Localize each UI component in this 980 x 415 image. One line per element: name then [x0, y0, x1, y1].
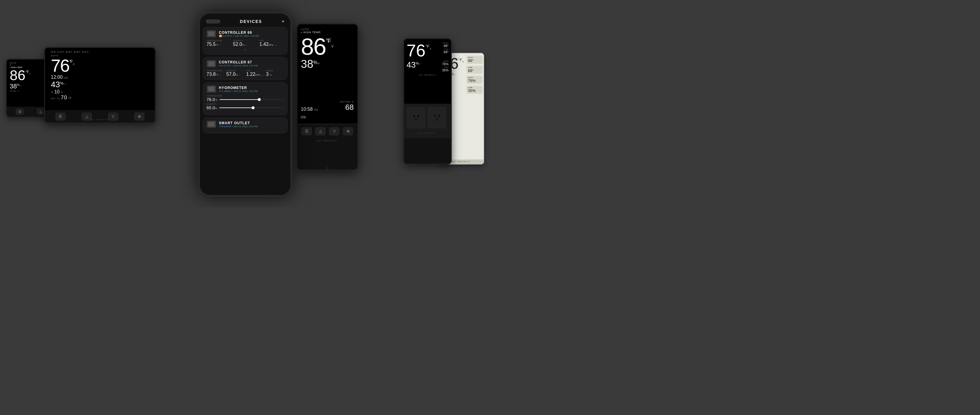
outlet-low-hum-val: 35% — [442, 68, 449, 72]
ctrl-large-setting-val: 68 — [340, 103, 354, 112]
outlet-humidity: 43%— — [407, 60, 422, 70]
bt-icon-small: ✦ — [10, 64, 45, 67]
ch-3: ●3 ⊞ 9 — [74, 51, 80, 53]
device-expand-button[interactable]: ▾ — [207, 47, 284, 51]
device-name-controller69: CONTROLLER 69 — [219, 30, 284, 35]
ctrl-large-cable — [326, 166, 329, 170]
stat-temp: TEMPERATURE 75.5°F ↑ — [207, 40, 231, 47]
outlet-socket-2-holes — [434, 114, 440, 117]
ctrl-small-temp: 86°F∧ — [10, 68, 45, 82]
ctrl-wide-time: 12:00 AM — [51, 74, 152, 80]
device-card-controller67[interactable]: CONTROLLER 67 ✦ A-C7YZ7 • JUN 15, 2022, … — [203, 57, 288, 80]
outlet-temp: 76°F∧ — [407, 42, 431, 59]
phone-title: DEVICES — [220, 19, 282, 24]
ch-4: ●4 ⊞ 3 — [82, 51, 89, 53]
thermo-low-temp-val: 68° — [468, 68, 481, 73]
device-date-hygro: JUN 15, 2022, 2:31 PM — [233, 90, 258, 92]
outlet-body: AC INFINITY — [404, 104, 451, 138]
device-icon-hygro — [207, 86, 216, 92]
wifi-icon: 📶 — [219, 35, 223, 37]
hole-right-2 — [438, 114, 440, 117]
device-date-controller67: JUN 15, 2022, 2:31 PM — [233, 64, 258, 67]
ctrl-large-down-btn[interactable]: ▽ — [329, 127, 339, 135]
device-meta-controller69: 📶 E-G787H • JUN 14, 2022, 4:52 PM — [219, 35, 284, 37]
stat67-humidity: HUMIDITY 57.0% ↑ — [226, 70, 244, 77]
device-card-hygrometer[interactable]: HYGROMETER ✦ C-49N41 • JUN 15, 2022, 2:3… — [203, 82, 288, 115]
ctrl-wide-screen: All ⊞ ●1 ⊞ 3 ●2 ⊞ 5 ●3 ⊞ 9 ●4 ⊞ 3 AUTO 7… — [45, 48, 155, 122]
bt-icon-c67: ✦ — [219, 64, 222, 67]
ctrl-small-up-btn[interactable]: △ — [37, 108, 45, 115]
ctrl-wide-main-temp: 76°F∧ — [51, 57, 152, 74]
device-card-controller69[interactable]: CONTROLLER 69 📶 E-G787H • JUN 14, 2022, … — [203, 27, 288, 55]
ctrl-small-auto: AUTO — [10, 62, 45, 64]
ch-all: All ⊞ — [51, 51, 56, 53]
thermo-high-temp-val: 98° — [468, 59, 481, 63]
ctrl-small-menu-btn[interactable]: ☰ — [16, 108, 24, 115]
thermo-high-hum: HIGH 76% — [466, 76, 483, 84]
ctrl-large-settings-btn[interactable]: ⚙ — [343, 127, 353, 135]
ctrl-wide-humidity: 43%— — [51, 80, 152, 89]
hygro-temp-slider[interactable] — [220, 99, 281, 100]
outlet-socket-1 — [407, 107, 426, 128]
stat67-temp: TEMPERATURE 73.8°F ↑ — [207, 70, 224, 77]
ctrl-small-left: AUTO ✦ HIGH TEMP. 86°F∧ 38%— TRANS. T° — [10, 62, 45, 104]
stat-humidity-value: 52.0% ↑ — [233, 42, 257, 47]
thermo-right: HIGH 98° LOW 68° HIGH 76% LOW 35% — [466, 56, 483, 157]
thermo-high-temp: HIGH 98° — [466, 56, 483, 64]
outlet-sockets — [407, 107, 449, 128]
ctrl-large-auto: AUTO — [301, 28, 354, 31]
device-meta-hygro: ✦ C-49N41 • JUN 15, 2022, 2:31 PM — [219, 90, 284, 92]
device-icon-outlet — [207, 121, 216, 128]
hygro-hum-arrow: ↑ — [283, 106, 284, 109]
device-info-controller69: CONTROLLER 69 📶 E-G787H • JUN 14, 2022, … — [219, 30, 284, 37]
outlet-hl-hum: HIGH 76% LOW 35% — [442, 60, 449, 72]
stat-humidity: HUMIDITY 52.0% ↑ — [233, 40, 257, 47]
hygro-hum-slider[interactable] — [219, 108, 281, 108]
ctrl-large-setting-label: SETTING % — [340, 101, 354, 103]
thermo-high-hum-val: 76% — [468, 78, 481, 83]
add-device-button[interactable]: + — [282, 19, 284, 24]
device-info-hygro: HYGROMETER ✦ C-49N41 • JUN 15, 2022, 2:3… — [219, 86, 284, 92]
phone-notch — [233, 17, 257, 19]
outlet-screen: 76°F∧ HIGH 98° LOW 68° 43%— HIGH 76% LOW… — [404, 39, 451, 104]
device-meta-controller67: ✦ A-C7YZ7 • JUN 15, 2022, 2:31 PM — [219, 64, 284, 67]
phone-header: DEVICES + — [200, 14, 290, 27]
stat-temp-label: TEMPERATURE — [207, 40, 231, 42]
ctrl-wide-fan: ✦ 10∧ — [51, 89, 152, 95]
hygro-stats: TEMPERATURE 78.0°F ↑ HUMIDITY — [207, 95, 284, 110]
outlet-hl-temp: HIGH 98° LOW 68° — [443, 42, 449, 54]
stat-humidity-label: HUMIDITY — [233, 40, 257, 42]
stat67-vpd: VPD 1.22kPa — — [246, 70, 264, 77]
phone: DEVICES + CONTROLLER 69 📶 E-G787H • — [198, 12, 292, 197]
phone-screen: DEVICES + CONTROLLER 69 📶 E-G787H • — [200, 14, 290, 195]
thermo-low-temp: LOW 68° — [466, 66, 483, 74]
outlet-socket-1-holes — [413, 114, 419, 117]
device-info-controller67: CONTROLLER 67 ✦ A-C7YZ7 • JUN 15, 2022, … — [219, 60, 284, 67]
device-name-outlet: SMART OUTLET — [219, 121, 284, 125]
outlet-high-hum-label: HIGH — [442, 60, 449, 62]
device-id-controller69: E-G787H — [223, 35, 232, 37]
stat-temp-value: 75.5°F ↑ — [207, 42, 231, 47]
hole-ground-2 — [436, 119, 438, 121]
ctrl-large-on: ON — [301, 116, 306, 119]
device-card-smart-outlet[interactable]: SMART OUTLET ✦ B-EJH16 • JUN 15, 2022, 2… — [203, 117, 288, 133]
hole-ground — [415, 119, 417, 121]
controller-wide: All ⊞ ●1 ⊞ 3 ●2 ⊞ 5 ●3 ⊞ 9 ●4 ⊞ 3 AUTO 7… — [44, 47, 156, 124]
hygro-temp-arrow: ↑ — [283, 98, 284, 101]
device-icon-controller67 — [207, 60, 216, 67]
ctrl-large-temp: 86°F∨ — [301, 35, 354, 59]
outlet-low-label: LOW — [443, 48, 449, 50]
ch-1: ●1 ⊞ 3 — [57, 51, 64, 53]
hygro-hum-row: HUMIDITY 65.0% ↑ — [207, 103, 284, 110]
ctrl-large-buttons: ☰ △ ▽ ⚙ — [298, 124, 358, 138]
ctrl-large-menu-btn[interactable]: ☰ — [301, 127, 312, 135]
ch-2: ●2 ⊞ 5 — [65, 51, 72, 53]
ctrl-large-humidity: 38%∧ — [301, 59, 354, 70]
ctrl-large-up-btn[interactable]: △ — [315, 127, 326, 135]
device-meta-outlet: ✦ B-EJH16 • JUN 15, 2022, 2:31 PM — [219, 125, 284, 128]
ctrl-large-time: 10:58 PM — [301, 107, 318, 112]
hygro-temp-row: TEMPERATURE 78.0°F ↑ — [207, 95, 284, 102]
hole-left — [413, 114, 415, 117]
bt-icon-outlet: ✦ — [219, 125, 222, 128]
stat67-speed: SPEED 3 ⟳ — [266, 70, 284, 77]
